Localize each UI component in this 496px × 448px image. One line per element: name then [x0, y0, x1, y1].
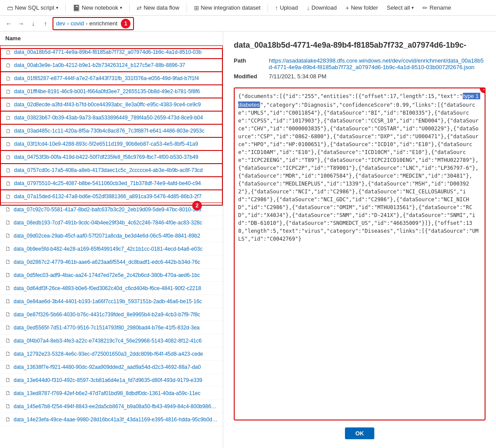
back-button[interactable]: ←: [4, 18, 14, 29]
file-document-icon: 🗋: [5, 337, 11, 344]
file-item[interactable]: 🗋data_03ad485c-1c11-420a-8f5a-730b4c8ac8…: [0, 124, 223, 137]
main-layout: Name 🗋data_00a18b5d-4771-4e9a-89b4-f8185…: [0, 32, 496, 448]
breadcrumb-sep-2: ›: [86, 20, 88, 27]
file-item[interactable]: 🗋data_07c92c70-5581-41a7-8bd2-bafc637b3c…: [0, 203, 223, 216]
path-value: https://asadatalake428398.dfs.core.windo…: [269, 57, 485, 70]
file-item[interactable]: 🗋data_0e84ae6d-3b44-4401-b193-1a66f7cc11…: [0, 295, 223, 308]
file-item[interactable]: 🗋data_01f85287-e877-444f-a7e2-67a443f731…: [0, 72, 223, 85]
file-item[interactable]: 🗋data_03f1fcd4-10e9-4288-893c-5f2e6511d1…: [0, 137, 223, 150]
file-document-icon: 🗋: [5, 272, 11, 278]
breadcrumb-dev[interactable]: dev: [56, 20, 65, 27]
modified-value: 7/11/2021, 5:34:08 PM: [269, 73, 327, 80]
file-document-icon: 🗋: [6, 88, 11, 95]
new-folder-icon: +: [345, 4, 349, 11]
download-button[interactable]: ↓ Download: [303, 3, 340, 13]
file-document-icon: 🗋: [5, 206, 11, 213]
file-name: data_0d64df3f-26ce-4893-b0e6-f0ed3062c40…: [14, 285, 201, 291]
file-item[interactable]: 🗋data_02d8ecde-a3fd-4f43-b7fd-b0ce44393a…: [0, 98, 223, 111]
file-item[interactable]: 🗋data_03823b67-0b39-43ab-9a73-8aa5338964…: [0, 111, 223, 124]
upload-button[interactable]: ↑ Upload: [271, 3, 301, 13]
file-item[interactable]: 🗋data_0ed5565f-7d51-4770-9516-7c1514793f…: [0, 321, 223, 334]
new-integration-dataset-button[interactable]: ⊞ New integration dataset: [190, 3, 264, 13]
file-document-icon: 🗋: [6, 193, 11, 200]
file-item[interactable]: 🗋data_0b9ee5fd-b482-4e28-a169-65f6499149…: [0, 242, 223, 256]
breadcrumb-covid[interactable]: covid: [70, 20, 84, 27]
file-name: data_14e23efa-49ce-4aae-9980-28d16bc41a3…: [14, 416, 218, 423]
file-item[interactable]: 🗋data_01fff4be-8191-46c9-b001-f664a0fd3e…: [0, 85, 223, 98]
new-data-flow-button[interactable]: ⇄ New data flow: [133, 3, 183, 13]
data-flow-icon: ⇄: [137, 4, 142, 11]
file-item[interactable]: 🗋data_145e67b8-f254-494f-8843-ee2da5cb86…: [0, 400, 223, 413]
file-item[interactable]: 🗋data_0d2867c2-4779-461b-aae6-a623aa6f55…: [0, 256, 223, 269]
file-document-icon: 🗋: [6, 102, 11, 108]
file-document-icon: 🗋: [6, 180, 11, 187]
file-name: data_12792e23-5328-4e6c-93ec-d725001650a…: [14, 351, 203, 357]
file-item[interactable]: 🗋data_0f4b07a4-8eb3-4fe3-a22c-e7438219c7…: [0, 334, 223, 347]
ok-button[interactable]: OK: [345, 427, 375, 439]
file-item[interactable]: 🗋data_0d5fec03-adf9-4bac-aa24-174d7ed72e…: [0, 269, 223, 282]
new-sql-chevron-icon: ▾: [56, 5, 58, 10]
file-document-icon: 🗋: [5, 232, 11, 239]
detail-meta: Path https://asadatalake428398.dfs.core.…: [234, 57, 485, 82]
rename-button[interactable]: ✏ Rename: [419, 3, 454, 13]
file-name: data_07975510-4c25-4087-b8be-5411060cb3e…: [14, 180, 201, 186]
file-item[interactable]: 🗋data_04753f3b-00fa-419d-b422-50f7df235f…: [0, 150, 223, 164]
file-document-icon: 🗋: [5, 364, 11, 370]
path-row: Path https://asadatalake428398.dfs.core.…: [234, 57, 485, 70]
file-name: data_0d5fec03-adf9-4bac-aa24-174d7ed72e5…: [14, 272, 200, 278]
notebook-icon: 📓: [73, 4, 80, 11]
file-document-icon: 🗋: [6, 62, 11, 69]
file-item[interactable]: 🗋data_00ab3e9e-1a0b-4212-b9e1-b2b7342631…: [0, 59, 223, 72]
file-name: data_0e84ae6d-3b44-4401-b193-1a66f7cc119…: [14, 298, 202, 304]
file-item[interactable]: 🗋data_0d64df3f-26ce-4893-b0e6-f0ed3062c4…: [0, 282, 223, 295]
file-document-icon: 🗋: [6, 115, 11, 121]
file-item[interactable]: 🗋data_00a18b5d-4771-4e9a-89b4-f8185ab7f7…: [0, 46, 223, 59]
separator-3: [186, 4, 187, 12]
file-item[interactable]: 🗋data_07a15ded-6132-47a8-bd6e-052df38813…: [0, 190, 223, 203]
select-all-button[interactable]: Select all ▾: [383, 3, 418, 13]
file-item[interactable]: 🗋data_13e644d0-f310-492c-8597-3cb81a6d4e…: [0, 374, 223, 387]
file-name: data_0b9ee5fd-b482-4e28-a169-65f6499149c…: [14, 246, 203, 252]
file-item[interactable]: 🗋data_08edb193-7cd7-491b-9cdc-04b4ee29f3…: [0, 216, 223, 229]
modified-row: Modified 7/11/2021, 5:34:08 PM: [234, 73, 485, 80]
file-item[interactable]: 🗋data_07975510-4c25-4087-b8be-5411060cb3…: [0, 177, 223, 190]
new-notebook-button[interactable]: 📓 New notebook ▾: [69, 3, 126, 13]
modified-label: Modified: [234, 73, 269, 80]
file-document-icon: 🗋: [5, 350, 11, 357]
separator-1: [65, 4, 66, 12]
file-document-icon: 🗋: [6, 141, 11, 147]
file-name: data_00ab3e9e-1a0b-4212-b9e1-b2b73426312…: [14, 62, 185, 68]
new-notebook-chevron-icon: ▾: [120, 5, 122, 10]
file-item[interactable]: 🗋data_0e87f326-5b66-4030-b76c-4431c739fd…: [0, 308, 223, 321]
rename-icon: ✏: [422, 4, 428, 11]
new-folder-button[interactable]: + New folder: [342, 3, 381, 13]
file-item[interactable]: 🗋data_12792e23-5328-4e6c-93ec-d725001650…: [0, 347, 223, 360]
file-name: data_00a18b5d-4771-4e9a-89b4-f8185ab7f73…: [14, 49, 201, 55]
breadcrumb-wrapper: dev › covid › enrichment 1: [53, 17, 134, 30]
file-list[interactable]: 🗋data_00a18b5d-4771-4e9a-89b4-f8185ab7f7…: [0, 46, 223, 448]
file-document-icon: 🗋: [5, 377, 11, 383]
breadcrumb-enrichment[interactable]: enrichment: [89, 20, 117, 27]
file-item[interactable]: 🗋data_13ed8787-f769-42ef-b6e2-47d7af01bd…: [0, 387, 223, 400]
file-document-icon: 🗋: [6, 167, 11, 174]
file-item[interactable]: 🗋data_09d02cea-29ab-45cf-aaf0-57f2071a8c…: [0, 229, 223, 242]
file-badge-2: 2: [192, 201, 202, 210]
forward-button[interactable]: →: [16, 18, 26, 29]
new-sql-script-button[interactable]: 🗃 New SQL script ▾: [4, 3, 62, 13]
file-name: data_07c92c70-5581-41a7-8bd2-bafc637b3c2…: [14, 206, 201, 213]
upload-icon: ↑: [275, 4, 278, 11]
file-name: data_01fff4be-8191-46c9-b001-f664a0fd3ee…: [14, 88, 200, 94]
file-document-icon: 🗋: [5, 311, 11, 318]
code-preview[interactable]: {"documents":[{"id":"255","entities":[{"…: [235, 88, 485, 420]
file-item[interactable]: 🗋data_13638f7e-f921-4480-90dc-92aa909dde…: [0, 360, 223, 374]
file-document-icon: 🗋: [6, 154, 11, 161]
file-document-icon: 🗋: [6, 75, 11, 82]
down-button[interactable]: ↓: [28, 18, 39, 29]
up-button[interactable]: ↑: [40, 18, 51, 29]
file-list-header: Name: [0, 32, 223, 46]
file-item[interactable]: 🗋data_0757cd0c-17a5-408a-a8eb-4173daec1c…: [0, 164, 223, 177]
file-item[interactable]: 🗋data_14e23efa-49ce-4aae-9980-28d16bc41a…: [0, 413, 223, 426]
path-label: Path: [234, 57, 269, 64]
breadcrumb-badge: 1: [121, 19, 130, 28]
file-name: data_08edb193-7cd7-491b-9cdc-04b4ee29f34…: [14, 220, 202, 226]
